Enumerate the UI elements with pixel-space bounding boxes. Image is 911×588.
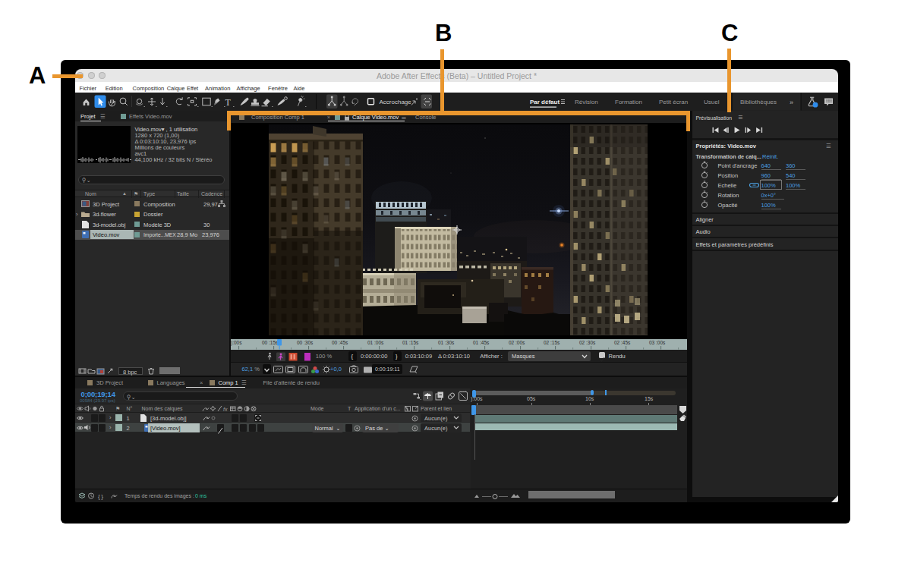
svg-text:):00s: ):00s bbox=[231, 340, 242, 346]
svg-text:02 :45s: 02 :45s bbox=[614, 340, 631, 345]
svg-text:Petit écran: Petit écran bbox=[659, 99, 688, 105]
svg-text:00 :30s: 00 :30s bbox=[297, 340, 314, 345]
svg-text:01 :30s: 01 :30s bbox=[438, 340, 455, 345]
svg-text:01 :15s: 01 :15s bbox=[402, 340, 419, 345]
svg-text:00 :15s: 00 :15s bbox=[262, 340, 279, 345]
svg-text:T: T bbox=[225, 97, 232, 108]
svg-text:01 :45s: 01 :45s bbox=[473, 340, 490, 345]
svg-text:fx: fx bbox=[223, 407, 228, 412]
svg-text:03 :00s: 03 :00s bbox=[649, 340, 666, 345]
svg-text:02 :00s: 02 :00s bbox=[509, 340, 525, 345]
svg-text:Formation: Formation bbox=[615, 99, 642, 105]
svg-text:»: » bbox=[790, 99, 793, 106]
svg-text:{ }: { } bbox=[98, 493, 103, 500]
svg-text:Par défaut: Par défaut bbox=[530, 99, 560, 105]
svg-text:02 :30s: 02 :30s bbox=[579, 340, 596, 345]
svg-text:Usuel: Usuel bbox=[704, 99, 720, 105]
svg-text:Accrochage: Accrochage bbox=[380, 99, 412, 105]
svg-text:02 :15s: 02 :15s bbox=[544, 340, 560, 345]
svg-text:Révision: Révision bbox=[575, 99, 598, 105]
svg-text:Bibliothèques: Bibliothèques bbox=[740, 99, 777, 105]
svg-text:00 :45s: 00 :45s bbox=[332, 340, 348, 345]
svg-text:01 :00s: 01 :00s bbox=[367, 340, 384, 345]
